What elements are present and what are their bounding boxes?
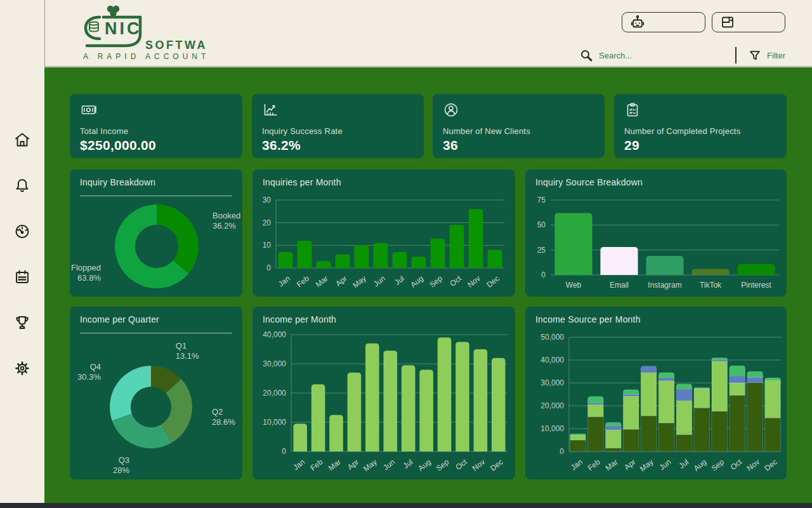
svg-text:Q328%: Q328% [113,455,129,475]
chart-title: Inquiry Breakdown [80,177,155,187]
income-source-per-month-chart: 010,00020,00030,00040,00050,000JanFebMar… [525,307,787,479]
svg-text:Aug: Aug [692,457,708,472]
svg-text:Dec: Dec [763,457,778,472]
svg-text:Mar: Mar [314,274,330,289]
svg-text:Web: Web [566,281,582,290]
svg-text:Oct: Oct [449,274,464,288]
topbar-buttons [622,12,785,32]
svg-text:Apr: Apr [622,457,637,472]
card-income-per-quarter: Income per Quarter Q113.1%Q228.6%Q328%Q4… [70,307,242,479]
stat-label: Total Income [80,126,232,136]
inquiries-per-month-chart: 0102030JanFebMarAprMayJunJulAugSepOctNov… [252,170,515,297]
search-input[interactable] [599,51,694,60]
svg-text:Q430.3%: Q430.3% [77,362,101,382]
svg-text:40,000: 40,000 [263,330,286,339]
svg-text:Nov: Nov [745,457,761,472]
gauge-icon [13,222,31,240]
stat-label: Number of New Clients [443,126,594,136]
stat-card-new-clients: Number of New Clients 36 [433,94,605,158]
person-icon [443,102,594,121]
svg-text:Booked36.2%: Booked36.2% [213,211,240,231]
chart-up-icon [262,102,414,121]
svg-text:0: 0 [282,447,286,456]
brand-logo: NIC SOFTWARE A RAPID ACCOUNTS [74,3,207,64]
svg-text:Apr: Apr [334,274,349,288]
svg-text:20: 20 [263,218,272,227]
filter-button[interactable]: Filter [767,51,785,60]
sidebar-item-home[interactable] [13,131,32,149]
inquiry-breakdown-donut: Booked36.2%Flopped63.8% [70,170,242,297]
svg-text:Jan: Jan [291,457,306,472]
sidebar-item-notifications[interactable] [13,177,32,194]
svg-text:Flopped63.8%: Flopped63.8% [71,263,101,283]
svg-text:0: 0 [266,264,271,272]
svg-text:Jan: Jan [277,274,292,288]
sidebar-item-achievements[interactable] [13,314,32,331]
card-income-per-month: Income per Month 010,00020,00030,00040,0… [252,307,515,479]
chart-title: Inquiry Source Breakdown [535,177,643,187]
search-bar: Filter [579,47,785,64]
svg-text:50: 50 [537,220,546,229]
layout-button[interactable] [712,12,785,32]
svg-text:Feb: Feb [295,274,311,289]
stat-value: 29 [624,138,776,153]
divider [735,47,737,64]
svg-text:Oct: Oct [454,457,469,472]
svg-text:May: May [351,274,367,290]
app-window: NIC SOFTWARE A RAPID ACCOUNTS [0,0,812,508]
svg-text:30,000: 30,000 [540,378,564,387]
svg-text:75: 75 [537,196,546,204]
card-inquiry-source-breakdown: Inquiry Source Breakdown 0255075WebEmail… [525,170,787,297]
robot-icon [629,14,646,30]
stat-value: 36.2% [262,138,414,153]
svg-text:Instagram: Instagram [648,281,681,290]
logo-monogram: NIC [105,19,142,38]
stat-label: Inquiry Success Rate [262,126,414,136]
svg-text:20,000: 20,000 [263,389,286,398]
svg-text:Dec: Dec [485,274,501,289]
svg-text:Jul: Jul [393,274,406,286]
stat-label: Number of Completed Projects [624,126,776,136]
svg-text:Nov: Nov [471,457,487,472]
svg-text:Jul: Jul [402,457,415,470]
filter-icon[interactable] [749,49,761,62]
sidebar [0,0,44,503]
gear-icon [13,359,31,377]
sidebar-item-calendar[interactable] [13,268,32,286]
svg-text:0: 0 [541,271,546,279]
svg-text:Q113.1%: Q113.1% [176,341,199,361]
svg-text:10: 10 [263,241,272,250]
svg-text:0: 0 [560,447,564,456]
svg-text:Apr: Apr [346,457,360,472]
banknote-icon [80,102,232,121]
svg-text:May: May [638,457,655,473]
svg-text:Sep: Sep [428,274,444,289]
svg-text:30: 30 [263,196,272,204]
card-inquiry-breakdown: Inquiry Breakdown Booked36.2%Flopped63.8… [70,170,242,297]
svg-text:Nov: Nov [466,274,481,289]
sidebar-item-settings[interactable] [13,359,32,377]
clipboard-icon [624,102,776,121]
svg-text:25: 25 [537,246,546,255]
svg-text:Email: Email [610,281,629,290]
svg-text:Mar: Mar [327,457,343,472]
svg-text:Aug: Aug [417,457,433,472]
logo-line2: A RAPID ACCOUNTS [83,52,207,61]
card-inquiries-per-month: Inquiries per Month 0102030JanFebMarAprM… [252,170,515,297]
svg-text:Sep: Sep [710,457,726,472]
svg-text:Feb: Feb [309,457,325,472]
svg-text:40,000: 40,000 [540,356,564,364]
logo-line1: SOFTWARE [145,39,207,51]
chart-title: Income Source per Month [535,314,641,324]
calendar-icon [13,268,31,286]
svg-text:Mar: Mar [604,457,620,472]
card-income-source-per-month: Income Source per Month 010,00020,00030,… [525,307,787,479]
stat-card-total-income: Total Income $250,000.00 [70,94,242,158]
svg-text:20,000: 20,000 [540,401,564,410]
dashboard-main: Total Income $250,000.00 Inquiry Success… [44,67,812,503]
assistant-button[interactable] [622,12,705,32]
stat-card-success-rate: Inquiry Success Rate 36.2% [252,94,424,158]
svg-text:Dec: Dec [488,457,504,472]
sidebar-item-dashboard[interactable] [13,222,32,240]
income-per-month-chart: 010,00020,00030,00040,000JanFebMarAprMay… [252,307,515,479]
